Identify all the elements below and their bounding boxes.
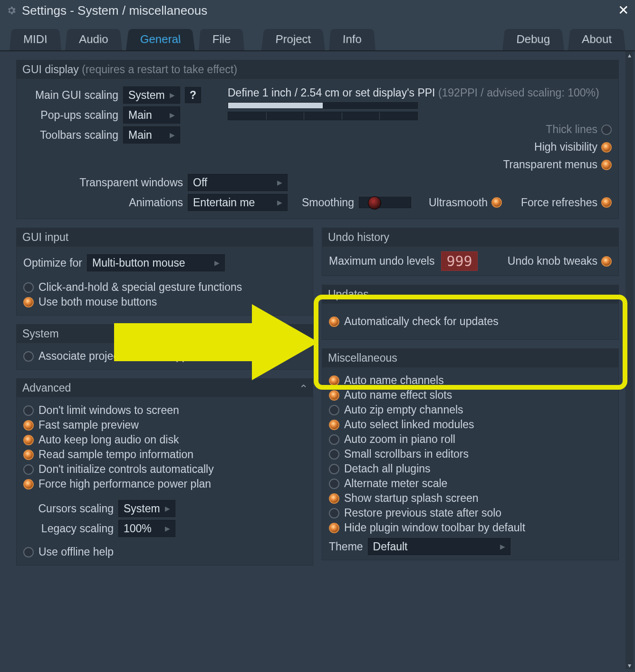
chevron-right-icon: ▶ xyxy=(500,543,505,550)
show-splash-toggle[interactable]: Show startup splash screen xyxy=(329,492,612,505)
tab-file[interactable]: File xyxy=(199,29,244,50)
undo-knob-tweaks-toggle[interactable]: Undo knob tweaks xyxy=(508,255,612,268)
radio-icon xyxy=(329,405,339,415)
chevron-right-icon: ▶ xyxy=(170,111,175,119)
max-undo-label: Maximum undo levels xyxy=(329,255,434,268)
tab-general[interactable]: General xyxy=(126,29,195,50)
svg-marker-0 xyxy=(114,304,318,380)
legacy-scaling-select[interactable]: 100%▶ xyxy=(118,520,175,537)
legacy-scaling-label: Legacy scaling xyxy=(23,522,114,535)
dont-limit-windows-toggle[interactable]: Don't limit windows to screen xyxy=(23,404,306,417)
transparent-menus-toggle[interactable]: Transparent menus xyxy=(503,158,612,171)
chevron-right-icon: ▶ xyxy=(170,91,175,99)
chevron-right-icon: ▶ xyxy=(277,179,282,186)
optimize-for-select[interactable]: Multi-button mouse▶ xyxy=(87,254,225,271)
transparent-windows-label: Transparent windows xyxy=(23,176,183,189)
ppi-slider[interactable] xyxy=(228,102,418,109)
tab-audio[interactable]: Audio xyxy=(65,29,122,50)
radio-icon xyxy=(23,420,34,431)
gear-icon xyxy=(6,5,17,16)
scroll-up-icon[interactable]: ▴ xyxy=(625,51,633,59)
tab-about[interactable]: About xyxy=(568,29,625,50)
toolbars-scaling-select[interactable]: Main▶ xyxy=(123,126,180,144)
radio-icon xyxy=(601,142,612,153)
scroll-down-icon[interactable]: ▾ xyxy=(625,662,633,669)
radio-icon xyxy=(23,297,34,307)
radio-icon xyxy=(23,464,34,475)
radio-icon xyxy=(23,450,34,460)
popups-scaling-label: Pop-ups scaling xyxy=(23,109,118,122)
gui-display-title: GUI display xyxy=(22,63,79,76)
force-high-perf-toggle[interactable]: Force high performance power plan xyxy=(23,478,306,490)
radio-icon xyxy=(23,351,34,362)
undo-title: Undo history xyxy=(328,231,389,243)
radio-icon xyxy=(329,523,339,533)
titlebar: Settings - System / miscellaneous ✕ xyxy=(0,0,635,21)
radio-icon xyxy=(23,282,34,293)
restore-after-solo-toggle[interactable]: Restore previous state after solo xyxy=(329,507,612,519)
theme-select[interactable]: Default▶ xyxy=(368,538,510,555)
radio-icon xyxy=(601,125,612,135)
panel-undo-history: Undo history Maximum undo levels 999 Und… xyxy=(322,228,619,276)
main-scaling-label: Main GUI scaling xyxy=(23,89,118,102)
transparent-windows-select[interactable]: Off▶ xyxy=(188,174,288,191)
ppi-tick-slider[interactable] xyxy=(228,112,418,120)
small-scrollbars-toggle[interactable]: Small scrollbars in editors xyxy=(329,448,612,461)
scrollbar[interactable]: ▴ ▾ xyxy=(625,51,633,669)
system-title: System xyxy=(22,327,59,340)
panel-gui-input: GUI input Optimize for Multi-button mous… xyxy=(16,228,313,316)
force-refreshes-toggle[interactable]: Force refreshes xyxy=(521,196,612,209)
click-hold-toggle[interactable]: Click-and-hold & special gesture functio… xyxy=(23,281,306,294)
close-icon[interactable]: ✕ xyxy=(616,3,630,17)
radio-icon xyxy=(23,405,34,416)
ultrasmooth-toggle[interactable]: Ultrasmooth xyxy=(429,196,502,209)
slider-knob-icon xyxy=(368,196,381,210)
auto-select-linked-modules-toggle[interactable]: Auto select linked modules xyxy=(329,418,612,431)
misc-title: Miscellaneous xyxy=(328,352,397,364)
smoothing-label: Smoothing xyxy=(302,196,354,209)
panel-advanced: Advanced ⌃ Don't limit windows to screen… xyxy=(16,378,313,566)
hide-plugin-toolbar-toggle[interactable]: Hide plugin window toolbar by default xyxy=(329,521,612,534)
auto-zoom-piano-roll-toggle[interactable]: Auto zoom in piano roll xyxy=(329,433,612,446)
auto-check-updates-toggle[interactable]: Automatically check for updates xyxy=(329,315,612,328)
auto-name-channels-toggle[interactable]: Auto name channels xyxy=(329,374,612,387)
high-visibility-toggle[interactable]: High visibility xyxy=(534,141,612,154)
radio-icon xyxy=(329,434,339,445)
radio-icon xyxy=(329,375,339,386)
fast-sample-preview-toggle[interactable]: Fast sample preview xyxy=(23,419,306,432)
alternate-meter-scale-toggle[interactable]: Alternate meter scale xyxy=(329,477,612,490)
popups-scaling-select[interactable]: Main▶ xyxy=(123,106,180,124)
annotation-arrow-icon xyxy=(114,304,323,390)
define-ppi-text: Define 1 inch / 2.54 cm or set display's… xyxy=(228,86,599,99)
tab-project[interactable]: Project xyxy=(261,29,325,50)
animations-select[interactable]: Entertain me▶ xyxy=(188,194,288,211)
radio-icon xyxy=(23,479,34,490)
radio-icon xyxy=(601,256,612,267)
auto-zip-empty-channels-toggle[interactable]: Auto zip empty channels xyxy=(329,403,612,416)
main-scaling-select[interactable]: System▶ xyxy=(123,86,180,104)
read-sample-tempo-toggle[interactable]: Read sample tempo information xyxy=(23,448,306,461)
theme-label: Theme xyxy=(329,540,363,553)
auto-keep-audio-toggle[interactable]: Auto keep long audio on disk xyxy=(23,433,306,446)
max-undo-value[interactable]: 999 xyxy=(441,251,477,271)
radio-icon xyxy=(329,420,339,430)
detach-all-plugins-toggle[interactable]: Detach all plugins xyxy=(329,462,612,475)
auto-name-effect-slots-toggle[interactable]: Auto name effect slots xyxy=(329,389,612,402)
tab-midi[interactable]: MIDI xyxy=(10,29,61,50)
smoothing-slider[interactable] xyxy=(359,197,411,208)
panel-updates: Updates Automatically check for updates xyxy=(322,285,619,340)
updates-title: Updates xyxy=(328,288,369,300)
gui-input-title: GUI input xyxy=(22,231,68,243)
tabs-row: MIDI Audio General File Project Info Deb… xyxy=(0,21,635,51)
panel-gui-display: GUI display (requires a restart to take … xyxy=(16,60,619,219)
gui-display-note: (requires a restart to take effect) xyxy=(82,63,237,76)
help-button[interactable]: ? xyxy=(185,87,201,103)
cursors-scaling-select[interactable]: System▶ xyxy=(118,500,175,517)
offline-help-toggle[interactable]: Use offline help xyxy=(23,546,306,558)
radio-icon xyxy=(329,449,339,460)
tab-debug[interactable]: Debug xyxy=(502,29,564,50)
chevron-right-icon: ▶ xyxy=(165,525,170,532)
dont-init-controls-toggle[interactable]: Don't initialize controls automatically xyxy=(23,463,306,476)
tab-info[interactable]: Info xyxy=(329,29,375,50)
thick-lines-toggle[interactable]: Thick lines xyxy=(546,123,612,136)
